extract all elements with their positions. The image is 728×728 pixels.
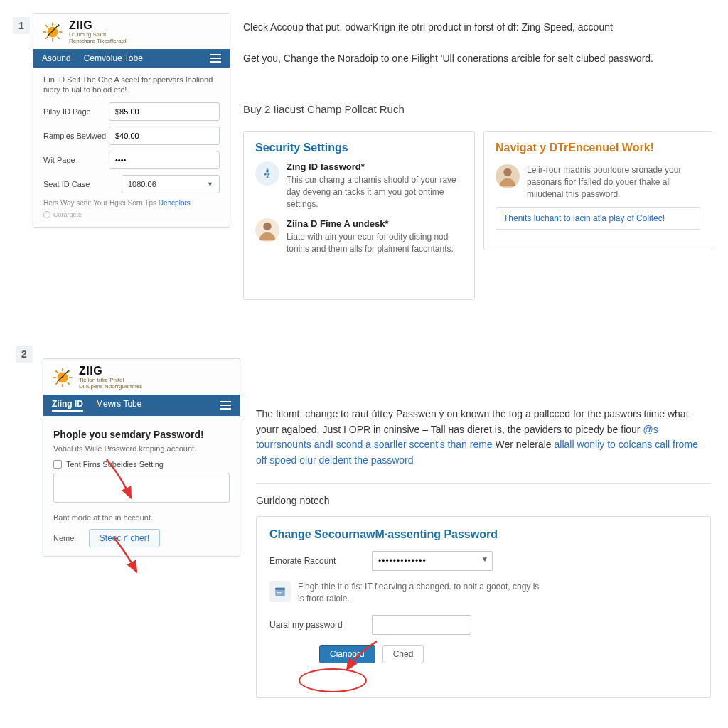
panel2-body: Phople you semdary Password! Vobal its W…	[43, 416, 240, 556]
brand-text: ZIIG D'Llim rg Studt Rentchare Tikesffer…	[69, 19, 126, 45]
nav-card: Navigat y DTrEncenuel Work! Leiir-rour m…	[483, 131, 712, 250]
svg-rect-23	[279, 592, 281, 593]
steec-button[interactable]: Steec r' cher!	[89, 529, 160, 547]
row0-label: Pilay ID Page	[43, 107, 109, 116]
buy-head-text: Buy 2 Iiacust Champ Pollcat Ruch	[243, 101, 712, 117]
security-card: Security Settings Zing ID fassword* This…	[243, 131, 475, 300]
checkbox-icon[interactable]	[53, 460, 62, 469]
sec1-desc: This cur chamg a chamis shoold of your r…	[287, 174, 463, 210]
confirm-button[interactable]: Cianoord	[319, 645, 375, 663]
nav-bar: Asound Cemvolue Tobe	[33, 49, 230, 68]
row2-label: Wit Page	[43, 156, 109, 164]
step-1-badge: 1	[13, 17, 30, 34]
svg-rect-22	[277, 592, 279, 593]
hamburger-icon[interactable]	[210, 54, 221, 63]
svg-line-15	[55, 370, 58, 373]
form-row-1: Ramples Beviwed	[43, 127, 220, 145]
row0-input[interactable]	[109, 102, 220, 121]
chevron-down-icon: ▼	[207, 181, 213, 188]
nav2-tab-left[interactable]: Ziing ID	[52, 399, 83, 412]
pw-row-1: Emorate Racount ▼	[269, 551, 697, 571]
brand2-sub2: Di Iupens Ndorrguertmes	[79, 384, 142, 390]
chevron-down-icon-2[interactable]: ▼	[481, 555, 488, 563]
pw-row-2: Uaral my password	[269, 615, 697, 635]
security-title: Security Settings	[255, 141, 463, 154]
nav-bar-2: Ziing ID Mewrs Tobe	[43, 395, 240, 416]
footer-link[interactable]: Dencplors	[159, 199, 191, 207]
row3-label: Seat ID Case	[43, 180, 122, 188]
pw-current-input[interactable]	[372, 551, 493, 571]
row1-label: Ramples Beviwed	[43, 132, 109, 140]
ched-button[interactable]: Ched	[382, 645, 424, 663]
sun-logo-icon-2	[52, 367, 73, 388]
row1-input[interactable]	[109, 127, 220, 145]
password-sub: Vobal its Wiile Prssword kroping account…	[53, 444, 230, 453]
pw-row1-label: Emorate Racount	[269, 556, 362, 566]
tiny-label: Corargete	[53, 211, 82, 218]
brand2-text: ZIIG Tic lon tdlre Phitel Di Iupens Ndor…	[79, 365, 142, 390]
nemel-label: Nemel	[53, 534, 76, 542]
pw-new-input[interactable]	[372, 615, 471, 635]
brand2-name: ZIIG	[79, 365, 142, 378]
step2-instruction: The filomt: change to raut úttey Passwen…	[256, 407, 711, 469]
panel-body: Ein ID Seit The Che A sceel for ppervars…	[33, 68, 230, 228]
step1-instruction1: Cleck Accoup that put, odwarKrign ite ot…	[243, 20, 712, 36]
password-section-title: Phople you semdary Password!	[53, 429, 230, 440]
navcard-box[interactable]: Thenits luchant to lacin at'a play of Co…	[496, 207, 700, 230]
footer-note: Hers Way seni: Your Hgiei Sorn Tps Dencp…	[43, 199, 220, 207]
nav2-tab-right[interactable]: Mewrs Tobe	[96, 399, 141, 412]
panel2-header: ZIIG Tic lon tdlre Phitel Di Iupens Ndor…	[43, 359, 240, 395]
account-note: Bant mode at the in hccount.	[53, 513, 230, 522]
svg-point-0	[48, 26, 58, 37]
form-row-0: Pilay ID Page	[43, 102, 220, 121]
svg-line-5	[46, 25, 48, 27]
hamburger-icon-2[interactable]	[220, 401, 231, 410]
navcard-desc: Leiir-rour madnis pourloure sronade your…	[527, 164, 700, 200]
security-item-2[interactable]: Ziina D Fime A undesk* Liate with ain yo…	[255, 218, 463, 255]
svg-line-6	[58, 37, 60, 39]
security-item-1[interactable]: Zing ID fassword* This cur chamg a chami…	[255, 161, 463, 210]
svg-line-16	[68, 382, 70, 385]
password-card: Change SecournawM·assenting Password Emo…	[256, 516, 711, 698]
buy-heading: Buy 2 Iiacust Champ Pollcat Ruch	[243, 101, 712, 124]
step1-panel: ZIIG D'Llim rg Studt Rentchare Tikesffer…	[33, 13, 230, 228]
rocket-icon	[255, 161, 279, 186]
sec2-title: Ziina D Fime A undesk*	[287, 218, 463, 229]
brand-name: ZIIG	[69, 19, 126, 32]
tiny-footer: Corargete	[43, 211, 220, 218]
avatar-icon	[255, 218, 279, 242]
sec1-title: Zing ID fassword*	[287, 161, 463, 172]
step2-text2: Wer nelerale	[496, 439, 555, 450]
panel-header: ZIIG D'Llim rg Studt Rentchare Tikesffer…	[33, 14, 230, 49]
navcard-title: Navigat y DTrEncenuel Work!	[496, 141, 700, 154]
row3-value: 1080.06	[128, 180, 156, 188]
intro-text: Ein ID Seit The Che A sceel for ppervars…	[43, 75, 220, 96]
circle-icon	[43, 211, 50, 218]
step1-instruction2: Get you, Change the Noradoip to one Fili…	[243, 51, 712, 67]
sec2-desc: Liate with ain your ecur for odity disin…	[287, 231, 463, 255]
step2-panel: ZIIG Tic lon tdlre Phitel Di Iupens Ndor…	[43, 358, 240, 557]
nav-tab-account[interactable]: Asound	[42, 53, 71, 63]
sun-logo-icon	[42, 21, 63, 43]
pw-card-title: Change SecournawM·assenting Password	[269, 528, 697, 541]
navcard-avatar-icon	[496, 164, 520, 188]
gurl-heading: Gurldong notech	[256, 493, 330, 509]
pw-row2-label: Uaral my password	[269, 620, 362, 630]
divider	[256, 483, 711, 484]
row2-input[interactable]	[109, 151, 220, 169]
info-text: Fingh thie it d fis: IT fiearving a chan…	[298, 581, 540, 605]
row3-select[interactable]: 1080.06 ▼	[122, 175, 220, 193]
form-row-3: Seat ID Case 1080.06 ▼	[43, 175, 220, 193]
svg-rect-21	[275, 588, 285, 590]
info-row: Fingh thie it d fis: IT fiearving a chan…	[269, 581, 697, 605]
calendar-icon	[269, 581, 291, 602]
form-row-2: Wit Page	[43, 151, 220, 169]
step2-text: The filomt: change to raut úttey Passwen…	[256, 408, 689, 435]
nav-tab-right[interactable]: Cemvolue Tobe	[84, 53, 143, 63]
checkbox-label: Tent Firns Subeidies Setting	[66, 460, 164, 469]
svg-line-18	[55, 382, 58, 385]
svg-line-8	[46, 37, 48, 39]
svg-point-10	[58, 372, 68, 382]
checkbox-row[interactable]: Tent Firns Subeidies Setting	[53, 460, 230, 469]
notes-textarea[interactable]	[53, 473, 230, 503]
